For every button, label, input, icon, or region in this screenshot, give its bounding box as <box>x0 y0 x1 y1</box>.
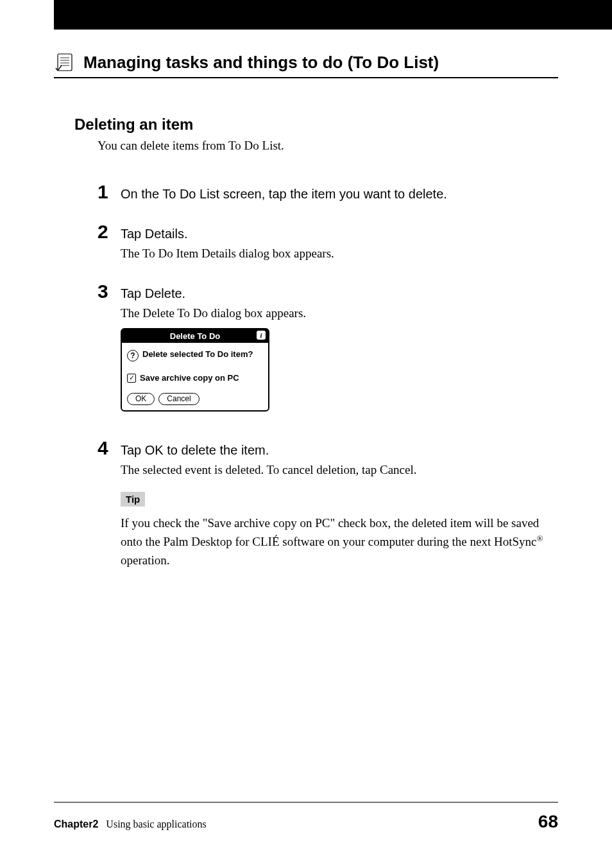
cancel-button[interactable]: Cancel <box>158 393 199 405</box>
dialog-body: ? Delete selected To Do item? ✓ Save arc… <box>122 343 268 410</box>
step-3: 3 Tap Delete. The Delete To Do dialog bo… <box>54 281 558 412</box>
tip-label: Tip <box>121 492 145 507</box>
section-heading: Deleting an item <box>74 116 558 134</box>
question-icon: ? <box>127 350 139 361</box>
step-instruction: Tap Details. <box>121 225 188 243</box>
step-number: 3 <box>98 281 121 302</box>
page-number: 68 <box>538 812 558 832</box>
chapter-header: Managing tasks and things to do (To Do L… <box>54 51 558 78</box>
step-description: The Delete To Do dialog box appears. <box>121 305 558 322</box>
step-2: 2 Tap Details. The To Do Item Details di… <box>54 221 558 263</box>
tip-text: If you check the "Save archive copy on P… <box>121 514 558 570</box>
dialog-titlebar: Delete To Do i <box>122 329 268 343</box>
step-instruction: Tap OK to delete the item. <box>121 441 269 459</box>
page-footer: Chapter2 Using basic applications 68 <box>54 802 558 832</box>
footer-chapter-info: Chapter2 Using basic applications <box>54 819 207 830</box>
footer-chapter-desc: Using basic applications <box>106 819 206 829</box>
step-number: 1 <box>98 181 121 203</box>
tip-box: Tip If you check the "Save archive copy … <box>121 492 558 570</box>
step-number: 4 <box>98 437 121 459</box>
tip-text-after: operation. <box>121 553 170 567</box>
step-number: 2 <box>98 221 121 243</box>
checkbox-checked-icon[interactable]: ✓ <box>127 374 136 383</box>
checkbox-label: Save archive copy on PC <box>140 373 239 383</box>
section-intro: You can delete items from To Do List. <box>98 139 558 153</box>
chapter-title: Managing tasks and things to do (To Do L… <box>83 53 439 73</box>
step-instruction: On the To Do List screen, tap the item y… <box>121 185 447 203</box>
dialog-question-text: Delete selected To Do item? <box>142 349 253 360</box>
step-instruction: Tap Delete. <box>121 284 185 302</box>
tip-text-before: If you check the "Save archive copy on P… <box>121 516 539 549</box>
step-description: The To Do Item Details dialog box appear… <box>121 245 558 263</box>
header-black-bar <box>54 0 612 30</box>
dialog-question-row: ? Delete selected To Do item? <box>127 349 263 361</box>
footer-chapter-label: Chapter2 <box>54 819 98 829</box>
delete-todo-dialog: Delete To Do i ? Delete selected To Do i… <box>121 328 269 412</box>
todo-list-icon <box>54 51 76 73</box>
dialog-title: Delete To Do <box>170 331 221 341</box>
page-content: Managing tasks and things to do (To Do L… <box>0 30 612 569</box>
ok-button[interactable]: OK <box>127 393 155 405</box>
info-icon[interactable]: i <box>257 331 266 340</box>
step-1: 1 On the To Do List screen, tap the item… <box>54 181 558 203</box>
dialog-button-row: OK Cancel <box>127 393 263 405</box>
step-description: The selected event is deleted. To cancel… <box>121 462 558 479</box>
save-archive-checkbox-row[interactable]: ✓ Save archive copy on PC <box>127 373 263 383</box>
registered-symbol: ® <box>537 534 543 543</box>
step-4: 4 Tap OK to delete the item. The selecte… <box>54 437 558 569</box>
